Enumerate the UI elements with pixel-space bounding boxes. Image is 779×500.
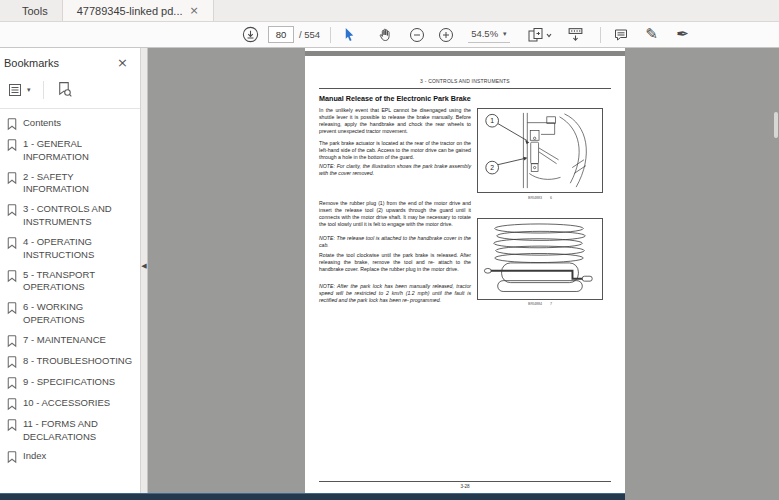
select-tool-icon[interactable] (339, 25, 359, 45)
panel-resize-strip[interactable] (140, 48, 148, 500)
figure-park-brake-actuator: 1 2 (477, 108, 603, 193)
figure-callout-2: 2 (490, 164, 494, 171)
vertical-scrollbar-thumb[interactable] (774, 112, 778, 138)
bookmark-label: 8 - TROUBLESHOOTING (23, 355, 139, 368)
download-icon[interactable] (240, 25, 260, 45)
body-paragraph: In the unlikely event that EPL cannot be… (319, 107, 471, 134)
zoom-in-icon[interactable] (436, 25, 456, 45)
chevron-down-icon: ▾ (27, 86, 31, 94)
page-running-header: 3 - CONTROLS AND INSTRUMENTS (305, 78, 625, 84)
document-canvas[interactable]: 3 - CONTROLS AND INSTRUMENTS Manual Rele… (148, 48, 779, 500)
comment-icon[interactable] (611, 25, 631, 45)
bookmark-label: 1 - GENERAL INFORMATION (23, 138, 139, 164)
figure-caption: BRI4884 7 (477, 302, 603, 306)
bookmark-item-contents[interactable]: Contents (6, 117, 140, 131)
tab-document[interactable]: 47789345-linked pd... × (62, 0, 214, 21)
figure-number: 7 (550, 302, 552, 306)
bookmark-item-accessories[interactable]: 10 - ACCESSORIES (6, 397, 140, 411)
bookmark-options-icon[interactable]: ▾ (4, 80, 35, 100)
bookmark-item-operating-instructions[interactable]: 4 - OPERATING INSTRUCTIONS (6, 236, 140, 262)
figure-code: BRI4884 (528, 302, 542, 306)
bookmark-item-transport-operations[interactable]: 5 - TRANSPORT OPERATIONS (6, 269, 140, 295)
divider (43, 81, 44, 99)
figure-release-tool (477, 218, 603, 300)
page-fit-icon[interactable] (526, 25, 554, 45)
bookmark-label: Index (23, 450, 139, 463)
chevron-down-icon: ▾ (503, 30, 507, 38)
bookmark-label: 10 - ACCESSORIES (23, 397, 139, 410)
hand-tool-icon[interactable] (375, 25, 395, 45)
zoom-level-dropdown[interactable]: 54.5% ▾ (468, 26, 509, 43)
bookmarks-panel-title: Bookmarks (4, 57, 59, 69)
bookmarks-panel: Bookmarks × ▾ Contents 1 - GENERAL INFO (0, 48, 140, 500)
bottom-window-bar (0, 493, 625, 500)
pencil-icon[interactable]: ✎ (642, 25, 662, 45)
page-number-input[interactable] (268, 26, 294, 43)
bookmarks-list: Contents 1 - GENERAL INFORMATION 2 - SAF… (0, 109, 140, 464)
body-paragraph: The park brake actuator is located at th… (319, 140, 471, 161)
note-paragraph: NOTE: The release tool is attached to th… (319, 235, 471, 249)
bookmark-label: 3 - CONTROLS AND INSTRUMENTS (23, 203, 139, 229)
bookmark-item-controls-and-instruments[interactable]: 3 - CONTROLS AND INSTRUMENTS (6, 203, 140, 229)
footer-rule (319, 481, 611, 482)
figure-caption: BRI4883 6 (477, 196, 603, 200)
page-footer-number: 3-28 (305, 484, 625, 489)
section-title: Manual Release of the Electronic Park Br… (319, 94, 471, 103)
bookmark-label: 6 - WORKING OPERATIONS (23, 301, 139, 327)
tab-tools-label: Tools (22, 5, 48, 17)
page-count-label: / 554 (299, 29, 320, 40)
figure-code: BRI4883 (528, 196, 542, 200)
zoom-level-value: 54.5% (471, 28, 498, 39)
find-current-bookmark-icon[interactable] (52, 79, 77, 100)
pdf-page: 3 - CONTROLS AND INSTRUMENTS Manual Rele… (305, 56, 625, 500)
bookmark-item-troubleshooting[interactable]: 8 - TROUBLESHOOTING (6, 355, 140, 369)
figure-number: 6 (550, 196, 552, 200)
bookmark-item-maintenance[interactable]: 7 - MAINTENANCE (6, 334, 140, 348)
note-paragraph: NOTE: After the park lock has been manua… (319, 283, 471, 304)
bookmark-item-forms-and-declarations[interactable]: 11 - FORMS AND DECLARATIONS (6, 418, 140, 444)
note-paragraph: NOTE: For clarity, the illustration show… (319, 163, 471, 177)
tab-document-label: 47789345-linked pd... (77, 5, 183, 17)
panel-collapse-icon[interactable]: ◀ (140, 262, 148, 270)
bookmark-item-working-operations[interactable]: 6 - WORKING OPERATIONS (6, 301, 140, 327)
toolbar-separator (330, 27, 331, 43)
zoom-out-icon[interactable] (407, 25, 427, 45)
bookmark-label: 2 - SAFETY INFORMATION (23, 171, 139, 197)
bookmark-label: 7 - MAINTENANCE (23, 334, 139, 347)
bookmark-item-safety-information[interactable]: 2 - SAFETY INFORMATION (6, 171, 140, 197)
tab-tools[interactable]: Tools (8, 0, 62, 21)
tab-close-icon[interactable]: × (190, 5, 199, 16)
bookmark-label: Contents (23, 117, 139, 130)
figure-callout-1: 1 (490, 117, 494, 124)
main-toolbar: / 554 54.5% ▾ (0, 22, 779, 48)
bookmark-item-index[interactable]: Index (6, 450, 140, 464)
fill-sign-pen-icon[interactable]: ✒ (673, 25, 693, 45)
panel-close-icon[interactable]: × (117, 56, 128, 69)
bookmark-label: 5 - TRANSPORT OPERATIONS (23, 269, 139, 295)
tab-bar: Tools 47789345-linked pd... × (0, 0, 779, 22)
bookmark-label: 4 - OPERATING INSTRUCTIONS (23, 236, 139, 262)
bookmark-item-specifications[interactable]: 9 - SPECIFICATIONS (6, 376, 140, 390)
bookmark-label: 11 - FORMS AND DECLARATIONS (23, 418, 139, 444)
hide-toolbar-icon[interactable] (566, 25, 586, 45)
body-paragraph: Remove the rubber plug (1) from the end … (319, 200, 471, 227)
bookmark-label: 9 - SPECIFICATIONS (23, 376, 139, 389)
body-paragraph: Rotate the tool clockwise until the park… (319, 252, 471, 273)
header-rule (319, 88, 611, 89)
bookmark-item-general-information[interactable]: 1 - GENERAL INFORMATION (6, 138, 140, 164)
toolbar-separator (600, 27, 601, 43)
